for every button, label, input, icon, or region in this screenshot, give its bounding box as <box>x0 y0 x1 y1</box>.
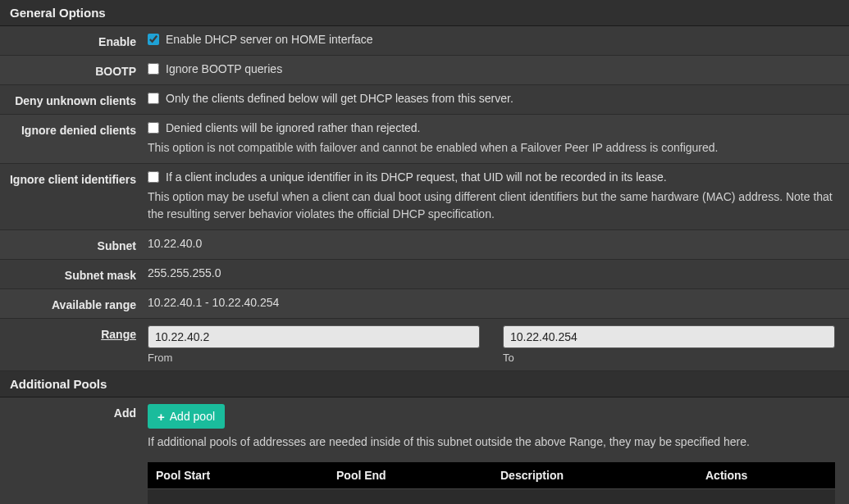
label-bootp: BOOTP <box>8 62 148 78</box>
help-ignore-client-id: This option may be useful when a client … <box>148 188 841 223</box>
text-ignore-client-id: If a client includes a unique identifier… <box>166 170 667 184</box>
row-available-range: Available range 10.22.40.1 - 10.22.40.25… <box>0 289 849 319</box>
label-subnet-mask: Subnet mask <box>8 266 148 282</box>
plus-icon: + <box>157 411 165 423</box>
checkbox-ignore-denied[interactable] <box>148 122 159 134</box>
add-pool-button[interactable]: + Add pool <box>148 404 225 429</box>
checkbox-bootp[interactable] <box>148 63 159 75</box>
row-range: Range From To <box>0 319 849 371</box>
col-description: Description <box>492 462 697 489</box>
section-pools-heading: Additional Pools <box>0 371 849 397</box>
row-enable: Enable Enable DHCP server on HOME interf… <box>0 26 849 56</box>
checkbox-enable[interactable] <box>148 34 159 45</box>
label-range: Range <box>8 325 148 341</box>
text-deny-unknown: Only the clients defined below will get … <box>166 92 514 105</box>
label-ignore-denied: Ignore denied clients <box>8 121 148 137</box>
pool-table: Pool Start Pool End Description Actions <box>148 462 835 504</box>
checkbox-deny-unknown[interactable] <box>148 93 159 104</box>
text-bootp: Ignore BOOTP queries <box>166 62 282 75</box>
col-pool-end: Pool End <box>328 462 492 489</box>
label-available-range: Available range <box>8 296 148 311</box>
row-add-pool: Add + Add pool If additional pools of ad… <box>0 397 849 504</box>
text-enable: Enable DHCP server on HOME interface <box>166 33 373 46</box>
add-pool-button-label: Add pool <box>170 410 215 423</box>
range-to-label: To <box>503 352 835 364</box>
range-from-label: From <box>148 352 480 364</box>
range-from-input[interactable] <box>148 325 480 348</box>
value-subnet-mask: 255.255.255.0 <box>148 266 841 279</box>
section-general-heading: General Options <box>0 0 849 26</box>
row-subnet: Subnet 10.22.40.0 <box>0 230 849 260</box>
label-deny-unknown: Deny unknown clients <box>8 92 148 107</box>
row-ignore-denied: Ignore denied clients Denied clients wil… <box>0 115 849 164</box>
label-add: Add <box>8 404 148 420</box>
checkbox-ignore-client-id[interactable] <box>148 171 159 183</box>
value-subnet: 10.22.40.0 <box>148 237 841 250</box>
pool-empty-row <box>148 489 835 505</box>
help-add-pool: If additional pools of addresses are nee… <box>148 434 841 451</box>
text-ignore-denied: Denied clients will be ignored rather th… <box>166 121 421 134</box>
value-available-range: 10.22.40.1 - 10.22.40.254 <box>148 296 841 309</box>
label-subnet: Subnet <box>8 237 148 252</box>
row-subnet-mask: Subnet mask 255.255.255.0 <box>0 260 849 289</box>
range-to-input[interactable] <box>503 325 835 348</box>
row-bootp: BOOTP Ignore BOOTP queries <box>0 56 849 85</box>
col-actions: Actions <box>697 462 835 489</box>
help-ignore-denied: This option is not compatible with failo… <box>148 139 841 157</box>
label-enable: Enable <box>8 33 148 48</box>
col-pool-start: Pool Start <box>148 462 328 489</box>
label-ignore-client-id: Ignore client identifiers <box>8 170 148 186</box>
row-deny-unknown: Deny unknown clients Only the clients de… <box>0 85 849 115</box>
row-ignore-client-id: Ignore client identifiers If a client in… <box>0 164 849 230</box>
